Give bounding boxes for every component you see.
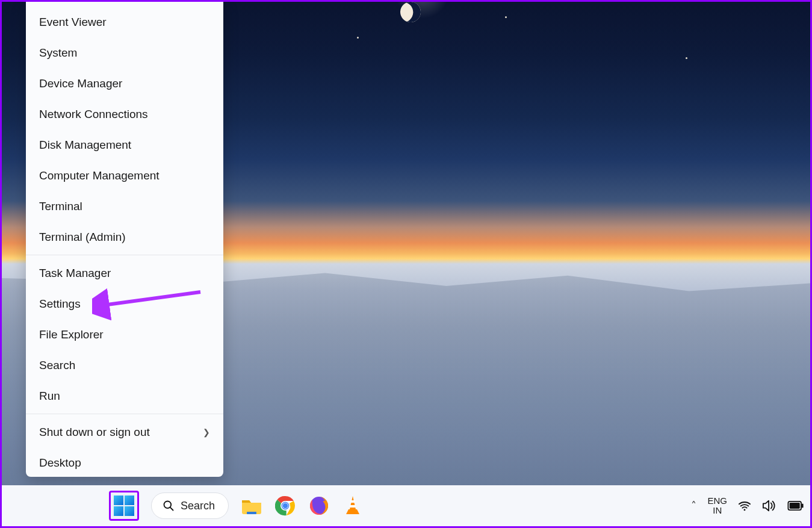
menu-item-terminal-admin[interactable]: Terminal (Admin) xyxy=(26,222,223,252)
menu-item-event-viewer[interactable]: Event Viewer xyxy=(26,7,223,37)
menu-item-terminal[interactable]: Terminal xyxy=(26,191,223,222)
taskbar-app-vlc[interactable] xyxy=(342,495,364,517)
taskbar-search[interactable]: Search xyxy=(151,492,229,519)
search-icon xyxy=(163,500,175,512)
svg-rect-9 xyxy=(350,500,355,503)
menu-item-device-manager[interactable]: Device Manager xyxy=(26,68,223,99)
windows-logo-icon xyxy=(114,495,134,516)
svg-point-11 xyxy=(744,509,746,511)
menu-item-shutdown-signout[interactable]: Shut down or sign out ❯ xyxy=(26,417,223,447)
start-button[interactable] xyxy=(109,491,139,521)
menu-item-task-manager[interactable]: Task Manager xyxy=(26,258,223,288)
star-graphic xyxy=(357,37,359,39)
star-graphic xyxy=(505,16,507,18)
taskbar-app-file-explorer[interactable] xyxy=(241,495,262,517)
svg-rect-3 xyxy=(247,512,256,514)
menu-item-system[interactable]: System xyxy=(26,37,223,68)
volume-icon[interactable] xyxy=(762,499,776,512)
menu-item-computer-management[interactable]: Computer Management xyxy=(26,160,223,191)
system-tray: ˄ ENG IN xyxy=(691,485,804,526)
svg-point-7 xyxy=(283,503,288,509)
menu-item-settings[interactable]: Settings xyxy=(26,288,223,319)
wifi-icon[interactable] xyxy=(738,499,751,512)
taskbar-app-firefox[interactable] xyxy=(308,495,330,517)
menu-item-network-connections[interactable]: Network Connections xyxy=(26,99,223,129)
moon-graphic xyxy=(397,0,424,25)
menu-item-run[interactable]: Run xyxy=(26,380,223,411)
tray-language[interactable]: ENG IN xyxy=(707,496,727,516)
taskbar: Search ˄ ENG IN xyxy=(2,485,810,526)
svg-rect-10 xyxy=(350,505,356,508)
menu-item-desktop[interactable]: Desktop xyxy=(26,447,223,477)
chevron-right-icon: ❯ xyxy=(203,427,210,437)
svg-rect-14 xyxy=(802,503,804,508)
taskbar-app-chrome[interactable] xyxy=(274,495,296,517)
taskbar-search-label: Search xyxy=(181,500,215,512)
menu-item-disk-management[interactable]: Disk Management xyxy=(26,129,223,160)
menu-separator xyxy=(26,414,223,414)
svg-line-2 xyxy=(170,508,173,511)
battery-icon[interactable] xyxy=(787,500,804,511)
power-user-menu: Event Viewer System Device Manager Netwo… xyxy=(26,2,223,477)
svg-rect-13 xyxy=(790,503,800,509)
menu-item-search[interactable]: Search xyxy=(26,350,223,380)
menu-item-file-explorer[interactable]: File Explorer xyxy=(26,319,223,350)
star-graphic xyxy=(686,57,687,59)
menu-separator xyxy=(26,255,223,255)
tray-overflow-chevron-icon[interactable]: ˄ xyxy=(691,499,696,512)
